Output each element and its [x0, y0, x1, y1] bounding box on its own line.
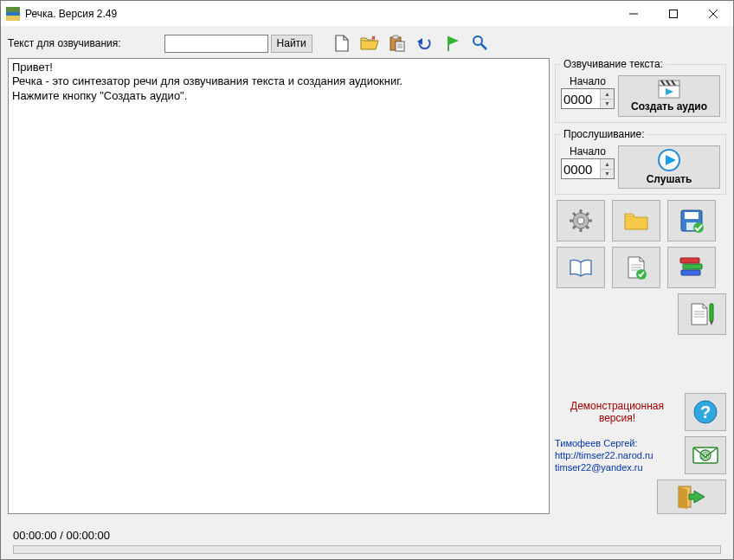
folder-icon: [623, 210, 649, 231]
clapperboard-icon: [658, 80, 680, 99]
svg-point-25: [577, 217, 584, 224]
listen-legend: Прослушивание:: [561, 128, 647, 140]
main-textarea[interactable]: [8, 58, 550, 514]
find-button[interactable]: Найти: [271, 35, 312, 53]
exit-button[interactable]: [657, 480, 726, 514]
listen-spin-down[interactable]: ▼: [601, 170, 614, 179]
document-pen-icon: [689, 302, 715, 326]
exit-door-icon: [677, 485, 706, 509]
document-check-icon: [626, 255, 647, 280]
svg-marker-60: [689, 491, 705, 503]
save-button[interactable]: [667, 200, 716, 241]
listen-start-input[interactable]: [562, 159, 600, 178]
listen-start-spinner[interactable]: ▲ ▼: [561, 158, 615, 179]
svg-line-31: [586, 226, 589, 229]
open-book-button[interactable]: [557, 247, 605, 288]
document-check-button[interactable]: [612, 247, 660, 288]
svg-line-32: [573, 226, 576, 229]
svg-marker-52: [710, 321, 713, 325]
play-icon: [658, 149, 680, 171]
svg-rect-46: [680, 258, 699, 263]
undo-icon[interactable]: [413, 33, 437, 54]
svg-line-33: [586, 213, 589, 216]
author-info: Тимофеев Сергей: http://timser22.narod.r…: [555, 437, 679, 474]
demo-version-text: Демонстрационнаяверсия!: [555, 400, 679, 425]
email-button[interactable]: @: [685, 436, 726, 474]
svg-rect-6: [393, 35, 398, 39]
svg-text:@: @: [701, 451, 710, 460]
search-tool-icon[interactable]: [468, 33, 493, 54]
tts-start-input[interactable]: [562, 89, 600, 108]
new-file-icon[interactable]: [330, 33, 354, 54]
svg-marker-59: [679, 486, 687, 509]
open-folder-icon[interactable]: [357, 33, 382, 54]
titlebar: Речка. Версия 2.49: [1, 1, 733, 27]
listen-spin-up[interactable]: ▲: [601, 159, 614, 170]
library-button[interactable]: [667, 247, 716, 288]
help-icon: ?: [692, 399, 718, 425]
close-button[interactable]: [693, 1, 733, 27]
svg-point-14: [473, 36, 482, 45]
maximize-button[interactable]: [654, 1, 693, 27]
tts-start-label: Начало: [570, 75, 606, 87]
svg-rect-51: [710, 304, 713, 321]
paste-clipboard-icon[interactable]: [385, 33, 409, 54]
listen-group: Прослушивание: Начало ▲ ▼: [555, 128, 726, 195]
svg-rect-45: [683, 264, 702, 269]
open-button[interactable]: [612, 200, 660, 241]
listen-button[interactable]: Слушать: [618, 145, 720, 189]
app-icon: [6, 7, 20, 21]
email-at-icon: @: [692, 445, 718, 466]
status-time: 00:00:00 / 00:00:00: [13, 529, 110, 542]
edit-document-button[interactable]: [678, 293, 726, 335]
book-open-icon: [568, 257, 594, 278]
window-title: Речка. Версия 2.49: [25, 8, 614, 20]
floppy-save-icon: [679, 209, 704, 233]
svg-rect-44: [681, 270, 700, 275]
toolbar: Текст для озвучивания: Найти: [8, 32, 726, 55]
author-url[interactable]: http://timser22.narod.ru: [555, 449, 679, 461]
create-audio-button[interactable]: Создать аудио: [618, 75, 720, 117]
svg-line-15: [481, 44, 486, 49]
svg-marker-4: [336, 35, 348, 51]
tts-spin-down[interactable]: ▼: [601, 100, 614, 109]
tts-legend: Озвучивание текста:: [561, 58, 666, 70]
minimize-button[interactable]: [614, 1, 654, 27]
gear-icon: [569, 209, 593, 233]
settings-button[interactable]: [557, 200, 605, 241]
search-label: Текст для озвучивания:: [8, 37, 121, 49]
tts-group: Озвучивание текста: Начало ▲ ▼: [555, 58, 726, 123]
right-panel: Озвучивание текста: Начало ▲ ▼: [555, 58, 726, 514]
books-stack-icon: [679, 256, 705, 279]
listen-label: Слушать: [647, 173, 692, 185]
listen-start-label: Начало: [570, 145, 606, 158]
svg-text:?: ?: [700, 402, 711, 422]
flag-icon[interactable]: [441, 33, 465, 54]
help-button[interactable]: ?: [685, 393, 726, 431]
progress-bar[interactable]: [13, 545, 721, 554]
author-email[interactable]: timser22@yandex.ru: [555, 461, 679, 473]
tts-start-spinner[interactable]: ▲ ▼: [561, 88, 615, 109]
svg-rect-1: [670, 10, 678, 17]
search-input[interactable]: [164, 35, 268, 53]
tts-spin-up[interactable]: ▲: [601, 89, 614, 100]
svg-marker-13: [448, 36, 459, 45]
svg-point-37: [693, 222, 704, 233]
svg-line-30: [573, 213, 576, 216]
svg-rect-35: [685, 212, 699, 219]
create-audio-label: Создать аудио: [631, 100, 707, 113]
author-name: Тимофеев Сергей:: [555, 437, 679, 449]
